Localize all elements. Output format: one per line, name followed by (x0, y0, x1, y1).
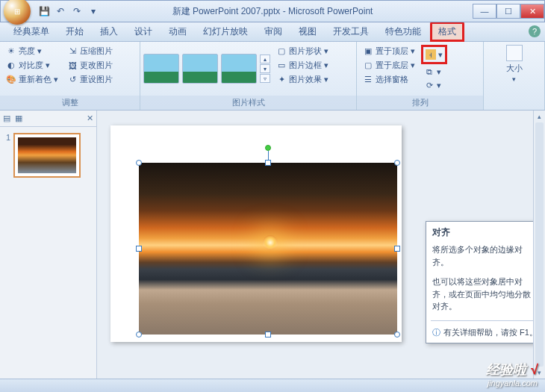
qat-more-icon[interactable]: ▾ (87, 5, 99, 17)
minimize-button[interactable]: — (473, 4, 496, 19)
send-back-button[interactable]: ▢置于底层 ▾ (360, 59, 418, 72)
pane-icon: ☰ (363, 75, 373, 85)
tooltip-text: 将所选多个对象的边缘对齐。 (426, 242, 544, 274)
style-thumb[interactable] (182, 54, 218, 84)
compress-icon: ⇲ (67, 46, 78, 57)
reset-icon: ↺ (67, 75, 78, 85)
scroll-up-button[interactable]: ▴ (534, 111, 545, 122)
sunset-photo (139, 163, 397, 335)
group-adjust: ☀亮度 ▾ ◐对比度 ▾ 🎨重新着色 ▾ ⇲压缩图片 🖼更改图片 ↺重设图片 调… (0, 42, 140, 110)
group-size: 大小 ▾ (484, 42, 545, 110)
group-arrange: ▣置于顶层 ▾ ▢置于底层 ▾ ☰选择窗格 ⫞▾ ⧉▾ ⟳▾ 排列 (357, 42, 484, 110)
tab-home[interactable]: 开始 (58, 22, 91, 41)
office-button[interactable]: ⊞ (4, 0, 31, 25)
window-title: 新建 PowerPoint 2007.pptx - Microsoft Powe… (172, 5, 373, 18)
group-icon: ⧉ (424, 66, 435, 77)
watermark: 经验啦 √ jingyanla.com (486, 361, 538, 388)
tab-design[interactable]: 设计 (127, 22, 160, 41)
contrast-button[interactable]: ◐对比度 ▾ (3, 59, 61, 72)
resize-handle[interactable] (265, 160, 271, 166)
recolor-icon: 🎨 (6, 75, 16, 85)
compress-button[interactable]: ⇲压缩图片 (64, 45, 116, 57)
back-icon: ▢ (363, 60, 373, 71)
align-button[interactable]: ⫞▾ (421, 45, 447, 64)
tab-view[interactable]: 视图 (291, 22, 324, 41)
vertical-scrollbar[interactable]: ▴ ▾ (533, 111, 545, 379)
resize-handle[interactable] (136, 246, 142, 252)
selection-pane-button[interactable]: ☰选择窗格 (360, 73, 418, 86)
resize-handle[interactable] (394, 332, 400, 337)
selected-image[interactable] (139, 163, 397, 335)
effects-icon: ✦ (276, 75, 287, 85)
slide-thumbnails-pane: ▤ ▦ ✕ 1 (0, 111, 97, 379)
gallery-up-button[interactable]: ▴ (260, 55, 270, 63)
style-thumb[interactable] (143, 54, 179, 84)
close-button[interactable]: ✕ (520, 4, 544, 19)
outline-tab-icon[interactable]: ▤ (3, 113, 10, 123)
gallery-down-button[interactable]: ▾ (260, 64, 270, 73)
resize-handle[interactable] (136, 332, 142, 337)
change-picture-button[interactable]: 🖼更改图片 (64, 59, 116, 72)
pane-close-button[interactable]: ✕ (87, 113, 93, 123)
crop-icon[interactable] (506, 45, 523, 61)
scroll-track[interactable] (535, 122, 544, 367)
tab-animation[interactable]: 动画 (161, 22, 194, 41)
slide-canvas[interactable]: 对齐 将所选多个对象的边缘对齐。 也可以将这些对象居中对齐，或在页面中均匀地分散… (97, 111, 545, 379)
slide-thumbnail[interactable]: 1 (6, 133, 90, 178)
tooltip-help-text: 有关详细帮助，请按 F1。 (443, 327, 538, 338)
rotation-handle[interactable] (265, 145, 271, 151)
resize-handle[interactable] (394, 160, 400, 166)
slide[interactable] (110, 125, 402, 342)
group-button[interactable]: ⧉▾ (421, 66, 447, 78)
reset-picture-button[interactable]: ↺重设图片 (64, 73, 116, 86)
tab-review[interactable]: 审阅 (257, 22, 290, 41)
border-icon: ▭ (276, 60, 287, 71)
picture-border-button[interactable]: ▭图片边框 ▾ (273, 59, 331, 72)
tab-insert[interactable]: 插入 (93, 22, 125, 41)
workspace: ▤ ▦ ✕ 1 对齐 将 (0, 111, 545, 379)
rotate-icon: ⟳ (424, 80, 435, 90)
style-thumb[interactable] (221, 54, 257, 84)
group-label-adjust: 调整 (0, 96, 140, 110)
recolor-button[interactable]: 🎨重新着色 ▾ (3, 73, 61, 86)
tooltip-text: 也可以将这些对象居中对齐，或在页面中均匀地分散对齐。 (426, 274, 544, 319)
style-gallery[interactable]: ▴ ▾ ▿ (143, 45, 270, 93)
window-controls: — ☐ ✕ (473, 4, 544, 19)
tab-special[interactable]: 特色功能 (378, 22, 429, 41)
slide-number: 1 (6, 133, 10, 178)
picture-effects-button[interactable]: ✦图片效果 ▾ (273, 73, 331, 86)
group-label-arrange: 排列 (357, 96, 483, 110)
rotate-button[interactable]: ⟳▾ (421, 79, 447, 91)
redo-icon[interactable]: ↷ (71, 5, 83, 17)
group-picture-styles: ▴ ▾ ▿ ▢图片形状 ▾ ▭图片边框 ▾ ✦图片效果 ▾ 图片样式 (140, 42, 357, 110)
tab-developer[interactable]: 开发工具 (326, 22, 376, 41)
quick-access-toolbar: 💾 ↶ ↷ ▾ (38, 5, 99, 17)
brightness-icon: ☀ (6, 46, 16, 57)
resize-handle[interactable] (136, 160, 142, 166)
group-label-styles: 图片样式 (140, 96, 356, 110)
maximize-button[interactable]: ☐ (496, 4, 520, 19)
contrast-icon: ◐ (6, 60, 16, 71)
resize-handle[interactable] (394, 246, 400, 252)
picture-shape-button[interactable]: ▢图片形状 ▾ (273, 45, 331, 57)
resize-handle[interactable] (265, 332, 271, 337)
align-icon: ⫞ (426, 49, 436, 60)
size-label[interactable]: 大小 (506, 63, 523, 74)
tab-format[interactable]: 格式 (430, 22, 464, 42)
change-icon: 🖼 (67, 60, 78, 71)
check-icon: √ (530, 362, 538, 377)
save-icon[interactable]: 💾 (38, 5, 50, 17)
bring-front-button[interactable]: ▣置于顶层 ▾ (360, 45, 418, 57)
tooltip-title: 对齐 (426, 222, 544, 242)
brightness-button[interactable]: ☀亮度 ▾ (3, 45, 61, 57)
ribbon: ☀亮度 ▾ ◐对比度 ▾ 🎨重新着色 ▾ ⇲压缩图片 🖼更改图片 ↺重设图片 调… (0, 42, 545, 111)
tab-classic[interactable]: 经典菜单 (6, 22, 57, 41)
shape-icon: ▢ (276, 46, 287, 57)
help-button[interactable]: ? (529, 25, 541, 37)
undo-icon[interactable]: ↶ (54, 5, 66, 17)
gallery-more-button[interactable]: ▿ (260, 74, 270, 83)
help-icon: ⓘ (432, 327, 440, 338)
status-bar (0, 379, 545, 392)
slides-tab-icon[interactable]: ▦ (15, 113, 22, 123)
tab-slideshow[interactable]: 幻灯片放映 (196, 22, 255, 41)
